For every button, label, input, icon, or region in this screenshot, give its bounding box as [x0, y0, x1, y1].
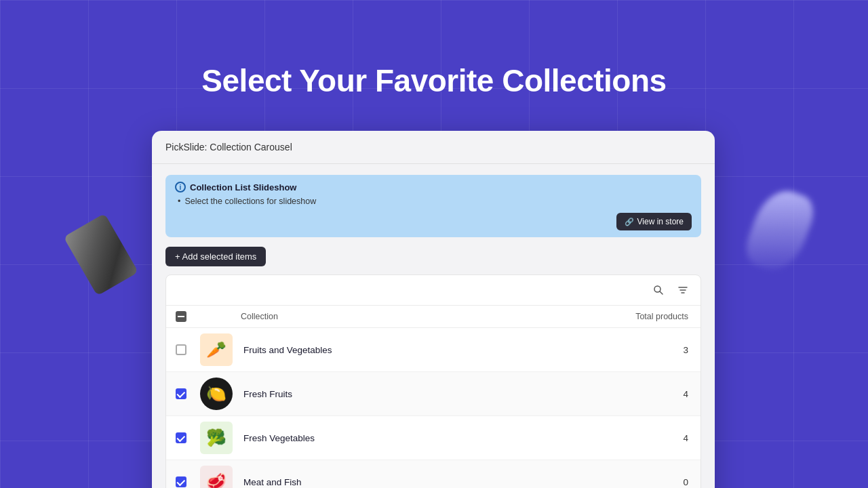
total-products-1: 3 [623, 345, 691, 355]
add-items-label: + Add selected items [175, 251, 256, 262]
collection-thumb-3: 🥦 [200, 422, 233, 454]
link-icon: 🔗 [625, 218, 634, 226]
table-header-row: Collection Total products [166, 306, 701, 328]
info-banner: i Collection List Slideshow • Select the… [165, 175, 701, 237]
view-store-button[interactable]: 🔗 View in store [616, 213, 692, 230]
table-row: 🥕 Fruits and Vegetables 3 [166, 328, 701, 372]
total-products-2: 4 [623, 389, 691, 399]
collection-name-3: Fresh Vegetables [241, 433, 623, 443]
view-store-label: View in store [637, 217, 684, 226]
card-header-label: PickSlide: Collection Carousel [165, 142, 292, 152]
info-banner-title: Collection List Slideshow [190, 182, 296, 192]
select-all-checkbox[interactable] [176, 311, 186, 322]
row-checkbox-1[interactable] [176, 344, 186, 355]
filter-icon[interactable] [673, 281, 692, 300]
bullet-dot: • [178, 197, 180, 206]
table-row: 🍋 Fresh Fruits 4 [166, 372, 701, 416]
collection-thumb-1: 🥕 [200, 333, 233, 366]
row-checkbox-4[interactable] [176, 476, 186, 487]
add-selected-items-button[interactable]: + Add selected items [165, 247, 266, 266]
table-row: 🥦 Fresh Vegetables 4 [166, 416, 701, 460]
collection-name-1: Fruits and Vegetables [241, 345, 623, 355]
page-title: Select Your Favorite Collections [0, 62, 868, 99]
table-row: 🥩 Meat and Fish 0 [166, 460, 701, 488]
info-icon: i [175, 182, 186, 192]
total-products-3: 4 [623, 433, 691, 443]
row-checkbox-3[interactable] [176, 432, 186, 443]
collection-column-header: Collection [241, 312, 623, 321]
total-products-4: 0 [623, 477, 691, 487]
collection-name-4: Meat and Fish [241, 477, 623, 487]
collection-thumb-2: 🍋 [200, 378, 233, 410]
row-checkbox-2[interactable] [176, 388, 186, 399]
search-icon[interactable] [649, 281, 668, 300]
info-banner-bullet-text: Select the collections for slideshow [184, 197, 316, 206]
main-card: PickSlide: Collection Carousel i Collect… [152, 131, 715, 488]
collection-name-2: Fresh Fruits [241, 389, 623, 399]
collections-table: Collection Total products 🥕 Fruits and V… [165, 274, 701, 488]
table-toolbar [166, 275, 701, 306]
card-header: PickSlide: Collection Carousel [152, 131, 715, 164]
svg-line-1 [660, 291, 663, 294]
total-products-column-header: Total products [623, 312, 691, 321]
collection-thumb-4: 🥩 [200, 466, 233, 488]
